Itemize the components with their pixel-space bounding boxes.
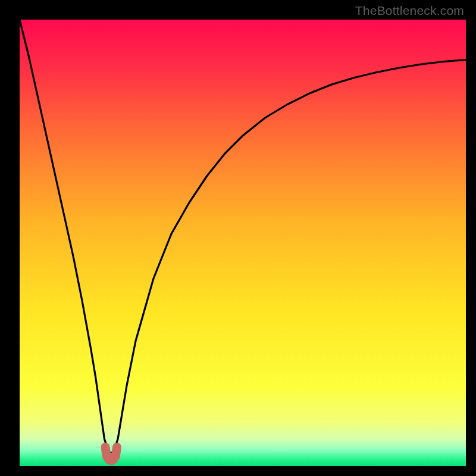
curve-layer: [20, 20, 466, 466]
chart-frame: TheBottleneck.com: [0, 0, 476, 476]
bottleneck-curve: [20, 20, 466, 453]
watermark-text: TheBottleneck.com: [355, 4, 464, 18]
plot-area: [20, 20, 466, 466]
bottleneck-optimal-marker: [105, 447, 117, 461]
